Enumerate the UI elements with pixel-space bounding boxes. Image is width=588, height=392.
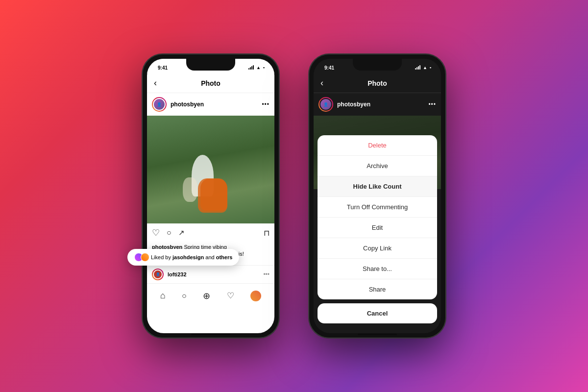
- sheet-item-archive[interactable]: Archive: [318, 156, 437, 176]
- action-sheet-main: Delete Archive Hide Like Count Turn Off …: [318, 135, 437, 299]
- sheet-item-delete[interactable]: Delete: [318, 135, 437, 156]
- left-photo-placeholder: [147, 116, 274, 223]
- left-phone: 9:41 ▲ ▪ ‹ Photo 👤 photosbyen: [142, 54, 279, 338]
- right-battery-icon: ▪: [430, 65, 431, 70]
- comment-icon[interactable]: ○: [167, 228, 172, 237]
- sheet-item-share[interactable]: Share: [318, 279, 437, 299]
- right-post-avatar-ring: 👤: [318, 97, 333, 112]
- sheet-item-hide-like-count[interactable]: Hide Like Count: [318, 176, 437, 197]
- likes-others: others: [216, 254, 233, 260]
- right-phone-screen: 9:41 ▲ ▪ ‹ Photo 👤 photosbyen: [314, 59, 441, 333]
- left-post-header: 👤 photosbyen •••: [147, 93, 274, 116]
- left-comment-more[interactable]: •••: [263, 271, 270, 278]
- left-comment-row: 👤 lofti232 •••: [147, 265, 274, 283]
- left-action-bar: ♡ ○ ↗ ⊓: [147, 223, 274, 242]
- left-home-indicator: [191, 334, 230, 335]
- right-time: 9:41: [324, 65, 334, 71]
- left-status-bar: 9:41 ▲ ▪: [147, 59, 274, 74]
- right-post-header: 👤 photosbyen •••: [314, 93, 441, 116]
- like-icon[interactable]: ♡: [152, 227, 160, 238]
- nav-search-icon[interactable]: ○: [182, 292, 187, 300]
- right-home-indicator: [358, 334, 397, 335]
- left-back-button[interactable]: ‹: [154, 78, 157, 88]
- sheet-item-share-to[interactable]: Share to...: [318, 259, 437, 279]
- right-status-icons: ▲ ▪: [415, 65, 431, 70]
- right-back-button[interactable]: ‹: [320, 78, 323, 88]
- wifi-icon: ▲: [256, 65, 261, 70]
- right-post-avatar[interactable]: 👤: [319, 98, 332, 111]
- left-photo: [147, 116, 274, 223]
- left-time: 9:41: [158, 65, 168, 71]
- likes-by-label: Liked by: [151, 254, 172, 260]
- left-app-header: ‹ Photo: [147, 74, 274, 93]
- right-app-header: ‹ Photo: [314, 74, 441, 93]
- left-post-more-button[interactable]: •••: [262, 101, 270, 108]
- left-phone-screen: 9:41 ▲ ▪ ‹ Photo 👤 photosbyen: [147, 59, 274, 333]
- bookmark-icon[interactable]: ⊓: [264, 228, 270, 238]
- left-status-icons: ▲ ▪: [248, 65, 265, 70]
- right-wifi-icon: ▲: [423, 65, 427, 70]
- left-header-title: Photo: [201, 79, 220, 87]
- nav-add-icon[interactable]: ⊕: [203, 291, 210, 301]
- nav-home-icon[interactable]: ⌂: [160, 291, 166, 301]
- right-status-bar: 9:41 ▲ ▪: [314, 59, 441, 74]
- likes-user: jasohdesign: [172, 254, 204, 260]
- right-header-title: Photo: [368, 79, 387, 87]
- sheet-item-cancel[interactable]: Cancel: [318, 303, 437, 323]
- left-bottom-nav: ⌂ ○ ⊕ ♡: [147, 283, 274, 308]
- left-comment-username[interactable]: lofti232: [168, 271, 187, 277]
- sheet-item-copy-link[interactable]: Copy Link: [318, 238, 437, 259]
- battery-icon: ▪: [263, 65, 265, 70]
- nav-profile-avatar[interactable]: [250, 291, 261, 301]
- nav-heart-icon[interactable]: ♡: [227, 291, 234, 301]
- left-post-avatar-ring: 👤: [152, 97, 167, 112]
- likes-tooltip: Liked by jasohdesign and others: [127, 249, 239, 266]
- likes-and: and: [204, 254, 216, 260]
- likes-avatar-2: [141, 253, 149, 262]
- action-sheet-container: Delete Archive Hide Like Count Turn Off …: [314, 135, 441, 333]
- right-post-more-button[interactable]: •••: [428, 101, 436, 108]
- left-post-username[interactable]: photosbyen: [171, 101, 258, 108]
- share-icon[interactable]: ↗: [178, 228, 185, 237]
- sheet-item-edit[interactable]: Edit: [318, 218, 437, 238]
- right-post-username[interactable]: photosbyen: [337, 101, 424, 108]
- right-signal-icon: [415, 66, 420, 70]
- action-sheet-cancel: Cancel: [318, 303, 437, 323]
- right-phone: 9:41 ▲ ▪ ‹ Photo 👤 photosbyen: [309, 54, 446, 338]
- left-commenter-avatar-ring: 👤: [152, 269, 164, 280]
- likes-text: Liked by jasohdesign and others: [151, 254, 232, 260]
- left-post-avatar[interactable]: 👤: [153, 98, 166, 111]
- left-commenter-avatar: 👤: [153, 270, 163, 279]
- likes-avatars: [134, 253, 147, 262]
- sheet-item-turn-off-commenting[interactable]: Turn Off Commenting: [318, 197, 437, 218]
- signal-icon: [248, 66, 254, 70]
